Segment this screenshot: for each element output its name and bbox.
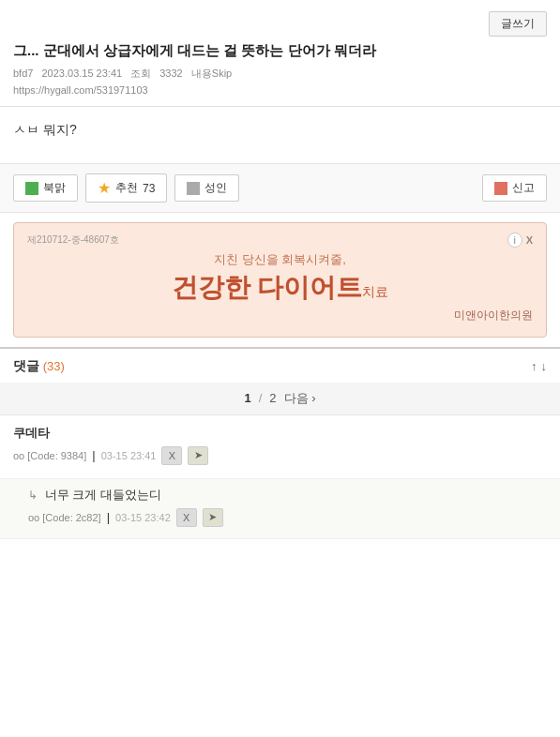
recommend-count: 73: [143, 182, 155, 195]
reply-text: ↳ 너무 크게 대들었는디: [28, 487, 547, 504]
ad-info-button[interactable]: i: [507, 233, 522, 248]
reply-body: 너무 크게 대들었는디: [45, 488, 161, 502]
ad-main-text: 건강한 다이어트치료: [27, 272, 533, 304]
post-url[interactable]: https://hygall.com/531971103: [13, 84, 148, 96]
pipe-separator: |: [92, 448, 95, 462]
recommend-label: 추천: [115, 180, 138, 196]
comment-reply-button[interactable]: ➤: [188, 446, 208, 465]
post-content-skip: 내용Skip: [191, 68, 232, 79]
post-body: ㅅㅂ 뭐지?: [0, 107, 560, 163]
post-body-text: ㅅㅂ 뭐지?: [13, 122, 77, 137]
recommend-button[interactable]: ★ 추천 73: [85, 173, 167, 203]
reply-item: ↳ 너무 크게 대들었는디 oo [Code: 2c82] | 03-15 23…: [0, 479, 560, 539]
ad-controls: i X: [507, 233, 533, 248]
ad-id: 제210712-중-48607호: [27, 233, 119, 247]
ad-main-small: 치료: [362, 284, 388, 299]
report-icon: [494, 182, 507, 195]
star-icon: ★: [98, 179, 111, 197]
reply-meta-row: oo [Code: 2c82] | 03-15 23:42 X ➤: [28, 508, 547, 527]
reply-reply-button[interactable]: ➤: [203, 508, 223, 527]
ad-close-button[interactable]: X: [526, 234, 533, 246]
comments-title: 댓글: [13, 358, 39, 373]
ad-footer: 미앤아이한의원: [27, 308, 533, 323]
page-total: 2: [269, 391, 276, 405]
bookmark-button[interactable]: 북맑: [13, 174, 78, 202]
post-meta: bfd7 2023.03.15 23:41 조회 3332 내용Skip htt…: [13, 66, 547, 98]
adult-button[interactable]: 성인: [174, 174, 239, 202]
post-title: 그... 군대에서 상급자에게 대드는 걸 뜻하는 단어가 뭐더라: [13, 40, 547, 60]
post-author: bfd7: [13, 68, 33, 79]
sort-up-button[interactable]: ↑: [531, 359, 537, 373]
ad-subtitle: 지친 당신을 회복시켜줄,: [27, 251, 533, 268]
adult-label: 성인: [204, 180, 227, 196]
reply-indicator: ↳: [28, 489, 38, 502]
page-next-button[interactable]: 다음 ›: [284, 390, 316, 407]
post-header: 글쓰기 그... 군대에서 상급자에게 대드는 걸 뜻하는 단어가 뭐더라 bf…: [0, 0, 560, 107]
report-button[interactable]: 신고: [482, 174, 547, 202]
post-views-label: 조회: [130, 68, 151, 79]
ad-top-row: 제210712-중-48607호 i X: [27, 233, 533, 248]
sort-down-button[interactable]: ↓: [541, 359, 548, 373]
post-date: 2023.03.15 23:41: [41, 68, 122, 79]
page-current: 1: [244, 391, 250, 405]
page: 글쓰기 그... 군대에서 상급자에게 대드는 걸 뜻하는 단어가 뭐더라 bf…: [0, 0, 560, 737]
pagination: 1 / 2 다음 ›: [0, 383, 560, 415]
action-bar: 북맑 ★ 추천 73 성인 신고: [0, 163, 560, 213]
adult-icon: [187, 182, 200, 195]
comments-count: (33): [43, 359, 65, 373]
pipe-separator-2: |: [107, 510, 110, 524]
post-views: 3332: [159, 68, 182, 79]
comment-delete-button[interactable]: X: [161, 446, 182, 465]
reply-date: 03-15 23:42: [115, 512, 171, 523]
comment-nickname: 쿠데타: [13, 425, 547, 442]
sort-arrows: ↑ ↓: [531, 359, 547, 373]
report-label: 신고: [512, 180, 535, 196]
comments-header: 댓글 (33) ↑ ↓: [0, 347, 560, 383]
ad-banner: 제210712-중-48607호 i X 지친 당신을 회복시켜줄, 건강한 다…: [13, 222, 547, 338]
bookmark-label: 북맑: [43, 180, 66, 196]
reply-delete-button[interactable]: X: [176, 508, 197, 527]
comment-date: 03-15 23:41: [101, 450, 157, 461]
bookmark-icon: [25, 182, 38, 195]
comment-meta-row: oo [Code: 9384] | 03-15 23:41 X ➤: [13, 446, 547, 465]
write-button[interactable]: 글쓰기: [489, 11, 547, 37]
comments-title-area: 댓글 (33): [13, 358, 65, 375]
reply-user-code: oo [Code: 2c82]: [28, 512, 101, 523]
page-separator: /: [259, 391, 263, 405]
comment-user-code: oo [Code: 9384]: [13, 450, 86, 461]
comment-item: 쿠데타 oo [Code: 9384] | 03-15 23:41 X ➤: [0, 415, 560, 479]
ad-main-word: 건강한 다이어트: [172, 273, 363, 302]
